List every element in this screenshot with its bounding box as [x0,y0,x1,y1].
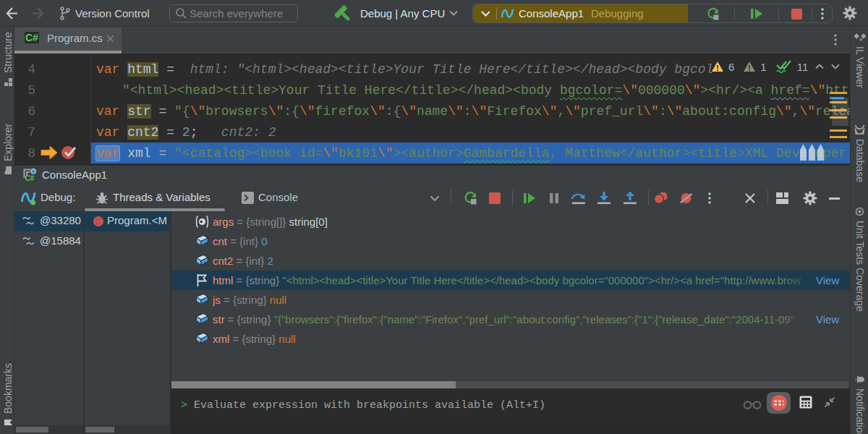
svg-text:C#: C# [25,174,35,182]
